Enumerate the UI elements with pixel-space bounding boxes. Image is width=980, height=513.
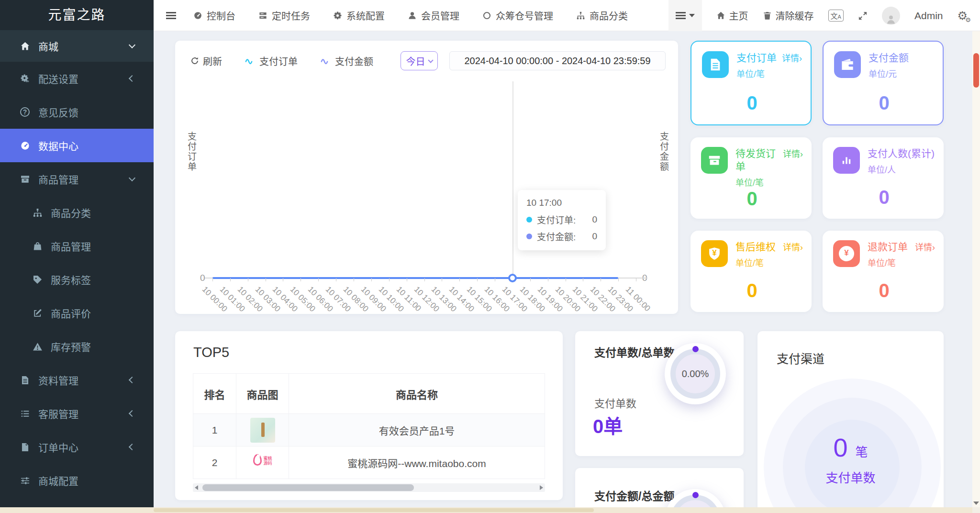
x-axis-labels: 10 00:0010 01:0010 02:0010 03:0010 04:00… bbox=[212, 278, 636, 326]
nav-item-scheduled-tasks[interactable]: 定时任务 bbox=[258, 9, 310, 22]
y-axis-left-name: 支付订单 bbox=[185, 132, 198, 172]
product-image bbox=[250, 418, 275, 443]
page-horizontal-scrollbar[interactable] bbox=[0, 507, 972, 513]
nav-item-product-category[interactable]: 商品分类 bbox=[576, 9, 628, 22]
home-icon bbox=[18, 41, 32, 51]
sidebar-item-product-manage-sub[interactable]: 商品管理 bbox=[0, 229, 154, 263]
sidebar-item-product-category[interactable]: 商品分类 bbox=[0, 196, 154, 229]
main-content: 刷新 支付订单 支付金额 今日 2024-04-10 00:00:00 - 20… bbox=[154, 31, 980, 513]
top5-panel: TOP5 排名 商品图 商品名称 1 有效会员产品1号 bbox=[175, 331, 563, 500]
circle-icon bbox=[482, 11, 491, 20]
refresh-icon bbox=[190, 56, 199, 65]
pay-amount-ratio-panel: 支付金额/总金额 bbox=[575, 468, 744, 513]
stat-value: 0 bbox=[701, 280, 803, 305]
y-axis-right-name: 支付金额 bbox=[657, 132, 670, 172]
trash-icon bbox=[763, 11, 772, 20]
caret-down-icon bbox=[689, 14, 695, 17]
fullscreen-icon[interactable] bbox=[858, 11, 868, 21]
scrollbar-corner bbox=[972, 507, 980, 513]
sidebar-item-order-center[interactable]: 订单中心 bbox=[0, 430, 154, 464]
range-today-button[interactable]: 今日 bbox=[401, 51, 438, 70]
detail-link[interactable]: 详情› bbox=[783, 240, 803, 253]
stat-value: 0 bbox=[701, 188, 803, 213]
detail-link[interactable]: 详情› bbox=[782, 51, 802, 64]
stat-value: 0 bbox=[702, 92, 802, 118]
top5-title: TOP5 bbox=[193, 345, 229, 360]
scrollbar-thumb[interactable] bbox=[973, 53, 979, 88]
gears-icon bbox=[18, 74, 32, 84]
table-horizontal-scrollbar[interactable] bbox=[193, 483, 545, 492]
sitemap-icon bbox=[576, 11, 585, 20]
channel-center: 0 笔 支付单数 bbox=[757, 433, 944, 486]
nav-item-system-config[interactable]: 系统配置 bbox=[333, 9, 385, 22]
table-row: 1 有效会员产品1号 bbox=[193, 414, 545, 446]
settings-gears-icon[interactable]: ⚙ bbox=[957, 9, 968, 22]
stat-card-refund-orders: ¥ 退款订单 详情› 单位/笔 0 bbox=[823, 231, 944, 312]
sitemap-icon bbox=[30, 208, 45, 218]
wave-icon bbox=[318, 56, 331, 65]
sidebar-item-mall[interactable]: 商城 bbox=[0, 30, 154, 62]
menu-dropdown-button[interactable] bbox=[668, 0, 702, 31]
sidebar-item-material-management[interactable]: 资料管理 bbox=[0, 363, 154, 397]
warning-icon bbox=[30, 342, 45, 352]
sidebar-item-data-center[interactable]: 数据中心 bbox=[0, 129, 154, 162]
detail-link[interactable]: 详情› bbox=[783, 147, 803, 159]
page-vertical-scrollbar[interactable] bbox=[972, 31, 980, 507]
chevron-left-icon bbox=[129, 444, 135, 450]
translate-icon[interactable]: 文A bbox=[828, 10, 844, 22]
stat-card-pay-amount: 支付金额 单位/元 0 bbox=[823, 41, 944, 125]
edit-icon bbox=[30, 308, 45, 318]
nav-item-console[interactable]: 控制台 bbox=[193, 9, 235, 22]
nav-item-member-management[interactable]: 会员管理 bbox=[408, 9, 459, 22]
list-icon bbox=[18, 409, 32, 419]
hamburger-icon[interactable] bbox=[166, 12, 176, 19]
chart-controls: 刷新 支付订单 支付金额 今日 2024-04-10 00:00:00 - 20… bbox=[190, 51, 666, 70]
stat-value: 0 bbox=[833, 187, 935, 212]
sidebar: 元富之路 商城 配送设置 ? 意见反馈 数据中心 商品管理 商品分类 bbox=[0, 0, 154, 513]
sidebar-item-product-reviews[interactable]: 商品评价 bbox=[0, 296, 154, 330]
archive-icon bbox=[18, 174, 32, 184]
username[interactable]: Admin bbox=[914, 10, 943, 22]
nav-item-crowdfunding[interactable]: 众筹仓号管理 bbox=[482, 9, 553, 22]
scroll-left-arrow-icon[interactable] bbox=[195, 485, 198, 490]
product-image: 蜜桃源码 bbox=[250, 450, 275, 475]
sidebar-item-stock-warning[interactable]: 库存预警 bbox=[0, 330, 154, 363]
column-header-name: 商品名称 bbox=[289, 374, 545, 414]
nav-home-link[interactable]: 主页 bbox=[716, 9, 748, 22]
chevron-left-icon bbox=[129, 75, 135, 82]
sidebar-item-feedback[interactable]: ? 意见反馈 bbox=[0, 95, 154, 129]
sidebar-item-delivery-settings[interactable]: 配送设置 bbox=[0, 62, 154, 95]
document-icon bbox=[702, 51, 729, 78]
scrollbar-thumb[interactable] bbox=[202, 484, 414, 491]
scrollbar-thumb[interactable] bbox=[154, 508, 594, 512]
scroll-down-arrow-icon[interactable] bbox=[973, 502, 979, 505]
file-icon bbox=[18, 442, 32, 452]
avatar[interactable] bbox=[882, 7, 900, 25]
legend-pay-orders[interactable]: 支付订单 bbox=[242, 54, 298, 68]
sidebar-item-customer-service[interactable]: 客服管理 bbox=[0, 397, 154, 430]
chevron-left-icon bbox=[129, 410, 135, 417]
sidebar-item-product-management[interactable]: 商品管理 bbox=[0, 162, 154, 196]
chart-panel: 刷新 支付订单 支付金额 今日 2024-04-10 00:00:00 - 20… bbox=[175, 41, 678, 314]
table-row: 2 蜜桃源码 蜜桃源码网--www.mitaobo.com bbox=[193, 446, 545, 479]
payment-channel-panel: 支付渠道 0 笔 支付单数 bbox=[757, 331, 944, 513]
legend-pay-amount[interactable]: 支付金额 bbox=[318, 54, 373, 68]
sliders-icon bbox=[18, 476, 32, 486]
hover-point-marker bbox=[508, 274, 517, 282]
nav-clear-cache-link[interactable]: 清除缓存 bbox=[763, 9, 814, 22]
sidebar-item-service-tags[interactable]: 服务标签 bbox=[0, 263, 154, 296]
navbar-right: 主页 清除缓存 文A Admin ⚙ bbox=[668, 0, 968, 31]
tag-icon bbox=[30, 275, 45, 285]
donut-marker-dot bbox=[692, 492, 699, 498]
user-icon bbox=[885, 13, 897, 25]
refresh-button[interactable]: 刷新 bbox=[190, 54, 222, 68]
caret-down-icon bbox=[428, 57, 433, 63]
detail-link[interactable]: 详情› bbox=[915, 240, 935, 253]
scroll-right-arrow-icon[interactable] bbox=[540, 485, 543, 490]
pay-orders-ratio-panel: 支付单数/总单数 0.00% 支付单数 0单 bbox=[575, 331, 744, 456]
stat-card-pay-orders: 支付订单 详情› 单位/笔 0 bbox=[690, 41, 812, 125]
column-header-rank: 排名 bbox=[193, 374, 236, 414]
sidebar-item-mall-config[interactable]: 商城配置 bbox=[0, 464, 154, 497]
screen: 元富之路 商城 配送设置 ? 意见反馈 数据中心 商品管理 商品分类 bbox=[0, 0, 980, 513]
date-range-input[interactable]: 2024-04-10 00:00:00 - 2024-04-10 23:59:5… bbox=[449, 51, 666, 70]
